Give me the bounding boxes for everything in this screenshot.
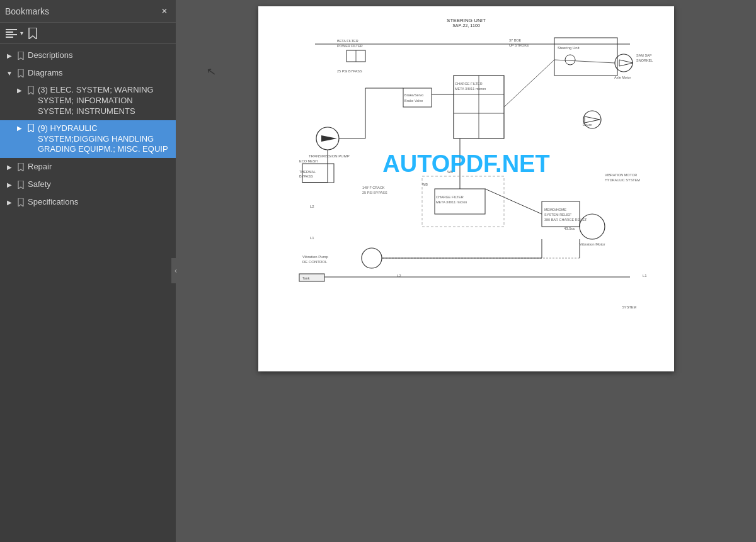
svg-text:SYSTEM RELIEF: SYSTEM RELIEF bbox=[544, 213, 572, 217]
bookmark-item-specifications[interactable]: Specifications bbox=[0, 193, 176, 211]
svg-text:MEMO/HOME: MEMO/HOME bbox=[544, 208, 566, 212]
svg-text:25 PSI BYPASS: 25 PSI BYPASS bbox=[362, 191, 387, 195]
safety-label: Safety bbox=[28, 179, 171, 190]
svg-rect-0 bbox=[6, 29, 17, 30]
main-content: ↖ AUTOPDF.NET STEERING UNIT SAP-22, 1100… bbox=[176, 0, 756, 542]
svg-text:STEERING UNIT: STEERING UNIT bbox=[447, 18, 486, 23]
diagrams-label: Diagrams bbox=[28, 68, 171, 79]
svg-text:CHARGE FILTER: CHARGE FILTER bbox=[436, 195, 464, 199]
bookmark-icon-descriptions bbox=[16, 51, 25, 60]
expand-diagrams bbox=[5, 69, 14, 77]
specifications-label: Specifications bbox=[28, 197, 171, 208]
svg-text:140°F CRACK: 140°F CRACK bbox=[362, 186, 385, 189]
bookmark-icon-elec bbox=[26, 86, 35, 94]
svg-text:L2: L2 bbox=[310, 205, 314, 208]
sidebar-collapse-handle[interactable]: ‹ bbox=[171, 258, 180, 283]
hydraulic-diagram: STEERING UNIT SAP-22, 1100 TRANSMISSION … bbox=[265, 13, 668, 315]
bookmark-item-descriptions[interactable]: Descriptions bbox=[0, 47, 176, 64]
svg-text:25 PSI BYPASS: 25 PSI BYPASS bbox=[337, 69, 362, 73]
svg-text:THERMAL: THERMAL bbox=[299, 170, 316, 174]
bookmark-item-elec-system[interactable]: (3) ELEC. SYSTEM; WARNING SYSTEM; INFORM… bbox=[0, 82, 176, 120]
svg-text:L1: L1 bbox=[643, 274, 647, 278]
expand-safety bbox=[5, 180, 14, 189]
svg-text:43.5cc: 43.5cc bbox=[564, 227, 575, 230]
list-icon bbox=[4, 27, 19, 40]
svg-text:WB: WB bbox=[447, 170, 453, 174]
svg-rect-3 bbox=[6, 37, 13, 38]
bookmark-item-diagrams[interactable]: Diagrams bbox=[0, 64, 176, 82]
bookmark-toolbar-icon[interactable] bbox=[26, 26, 40, 41]
document-page: AUTOPDF.NET STEERING UNIT SAP-22, 1100 T… bbox=[258, 6, 674, 371]
sidebar-toolbar: ▾ bbox=[0, 23, 176, 44]
diagram-area: AUTOPDF.NET STEERING UNIT SAP-22, 1100 T… bbox=[258, 6, 674, 321]
svg-rect-2 bbox=[6, 34, 17, 35]
svg-text:HYDRAULIC SYSTEM: HYDRAULIC SYSTEM bbox=[605, 178, 640, 182]
svg-rect-1 bbox=[6, 31, 13, 33]
svg-text:380 BAR CHARGE RELIEF: 380 BAR CHARGE RELIEF bbox=[544, 218, 587, 222]
expand-elec bbox=[15, 86, 24, 94]
descriptions-label: Descriptions bbox=[28, 50, 171, 61]
svg-text:L1: L1 bbox=[310, 236, 314, 240]
expand-descriptions bbox=[5, 51, 14, 60]
svg-text:ECO MESH: ECO MESH bbox=[299, 159, 318, 163]
svg-text:META 3/8/11 micron: META 3/8/11 micron bbox=[455, 87, 486, 91]
svg-text:Steering Unit: Steering Unit bbox=[558, 46, 580, 50]
svg-text:BYPASS: BYPASS bbox=[299, 174, 313, 178]
svg-text:Axle Motor: Axle Motor bbox=[614, 76, 631, 79]
svg-text:Vibration Motor: Vibration Motor bbox=[580, 242, 605, 246]
expand-specifications bbox=[5, 198, 14, 206]
svg-text:SNORKEL: SNORKEL bbox=[636, 59, 653, 62]
hydraulic-system-label: (9) HYDRAULIC SYSTEM;DIGGING HANDLING GR… bbox=[38, 123, 171, 155]
bookmark-icon-safety bbox=[16, 180, 25, 189]
sidebar-header: Bookmarks × bbox=[0, 0, 176, 23]
svg-text:Brake Valve: Brake Valve bbox=[404, 99, 423, 103]
svg-text:WB: WB bbox=[422, 183, 428, 186]
bookmark-item-repair[interactable]: Repair bbox=[0, 158, 176, 176]
bookmark-icon-specifications bbox=[16, 198, 25, 206]
cursor-arrow: ↖ bbox=[205, 64, 217, 79]
elec-system-label: (3) ELEC. SYSTEM; WARNING SYSTEM; INFORM… bbox=[38, 85, 171, 117]
svg-text:DE CONTROL: DE CONTROL bbox=[302, 260, 328, 264]
svg-text:TRANSMISSION PUMP: TRANSMISSION PUMP bbox=[309, 154, 350, 158]
svg-text:Brake/Servo: Brake/Servo bbox=[404, 93, 423, 97]
svg-text:Vibration Pump: Vibration Pump bbox=[302, 255, 329, 259]
svg-text:VIBRATION MOTOR: VIBRATION MOTOR bbox=[605, 173, 637, 177]
svg-text:SAM SAP: SAM SAP bbox=[636, 54, 652, 57]
svg-text:Tank: Tank bbox=[302, 276, 310, 280]
bookmark-item-safety[interactable]: Safety bbox=[0, 176, 176, 193]
repair-label: Repair bbox=[28, 162, 171, 172]
bookmark-icon-hydraulic bbox=[26, 124, 35, 133]
dropdown-arrow: ▾ bbox=[20, 30, 23, 37]
svg-text:SYSTEM: SYSTEM bbox=[622, 305, 636, 309]
sidebar: Bookmarks × ▾ bbox=[0, 0, 176, 542]
svg-text:BETA FILTER: BETA FILTER bbox=[337, 39, 358, 43]
svg-text:37 BOE: 37 BOE bbox=[509, 38, 522, 42]
svg-text:META 3/8/11 micron: META 3/8/11 micron bbox=[436, 200, 467, 204]
svg-text:POWER FILTER: POWER FILTER bbox=[337, 44, 363, 48]
bookmark-icon-diagrams bbox=[16, 69, 25, 77]
expand-hydraulic bbox=[15, 124, 24, 133]
svg-text:SAP-22, 1100: SAP-22, 1100 bbox=[452, 23, 480, 28]
sidebar-title: Bookmarks bbox=[5, 6, 49, 16]
svg-text:CHARGE FILTER: CHARGE FILTER bbox=[455, 82, 483, 86]
svg-text:UP STROKE: UP STROKE bbox=[509, 43, 529, 47]
bookmarks-list: Descriptions Diagrams (3) ELEC. SYSTEM; … bbox=[0, 44, 176, 542]
bookmark-item-hydraulic-system[interactable]: (9) HYDRAULIC SYSTEM;DIGGING HANDLING GR… bbox=[0, 120, 176, 159]
close-button[interactable]: × bbox=[158, 5, 171, 18]
expand-repair bbox=[5, 162, 14, 171]
bookmark-icon-repair bbox=[16, 162, 25, 171]
svg-text:L2: L2 bbox=[397, 274, 401, 278]
list-view-dropdown[interactable]: ▾ bbox=[4, 27, 23, 40]
